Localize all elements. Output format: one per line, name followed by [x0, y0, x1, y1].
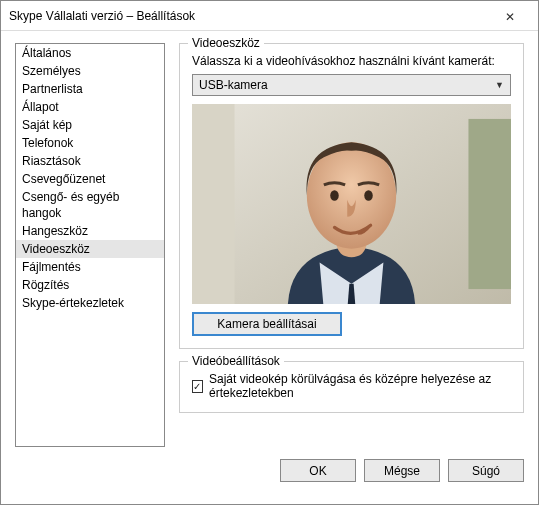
camera-select-dropdown[interactable]: USB-kamera ▼	[192, 74, 511, 96]
video-settings-group: Videóbeállítások ✓ Saját videokép körülv…	[179, 361, 524, 413]
close-button[interactable]: ✕	[490, 8, 530, 24]
sidebar-item[interactable]: Általános	[16, 44, 164, 62]
video-device-legend: Videoeszköz	[188, 36, 264, 50]
crop-video-checkbox-label: Saját videokép körülvágása és középre he…	[209, 372, 511, 400]
video-device-group: Videoeszköz Válassza ki a videohívásokho…	[179, 43, 524, 349]
sidebar-item[interactable]: Riasztások	[16, 152, 164, 170]
window-title: Skype Vállalati verzió – Beállítások	[9, 9, 490, 23]
sidebar-item[interactable]: Csengő- és egyéb hangok	[16, 188, 164, 222]
svg-point-4	[330, 190, 339, 201]
sidebar-item[interactable]: Rögzítés	[16, 276, 164, 294]
ok-button[interactable]: OK	[280, 459, 356, 482]
cancel-button[interactable]: Mégse	[364, 459, 440, 482]
sidebar-item[interactable]: Saját kép	[16, 116, 164, 134]
sidebar-item[interactable]: Skype-értekezletek	[16, 294, 164, 312]
close-icon: ✕	[505, 10, 515, 24]
sidebar-item[interactable]: Partnerlista	[16, 80, 164, 98]
titlebar: Skype Vállalati verzió – Beállítások ✕	[1, 1, 538, 31]
main-panel: Videoeszköz Válassza ki a videohívásokho…	[179, 43, 524, 447]
svg-rect-1	[192, 104, 235, 304]
help-button[interactable]: Súgó	[448, 459, 524, 482]
sidebar-item[interactable]: Személyes	[16, 62, 164, 80]
sidebar-item[interactable]: Telefonok	[16, 134, 164, 152]
content: ÁltalánosSzemélyesPartnerlistaÁllapotSaj…	[1, 31, 538, 459]
camera-preview	[192, 104, 511, 304]
camera-settings-button[interactable]: Kamera beállításai	[192, 312, 342, 336]
camera-select-value: USB-kamera	[199, 78, 495, 92]
sidebar-item[interactable]: Hangeszköz	[16, 222, 164, 240]
sidebar-item[interactable]: Csevegőüzenet	[16, 170, 164, 188]
cancel-button-label: Mégse	[384, 464, 420, 478]
dialog-buttons: OK Mégse Súgó	[1, 459, 538, 496]
chevron-down-icon: ▼	[495, 80, 504, 90]
video-settings-legend: Videóbeállítások	[188, 354, 284, 368]
svg-rect-2	[468, 119, 511, 289]
help-button-label: Súgó	[472, 464, 500, 478]
sidebar-item[interactable]: Videoeszköz	[16, 240, 164, 258]
sidebar-item[interactable]: Fájlmentés	[16, 258, 164, 276]
sidebar-item[interactable]: Állapot	[16, 98, 164, 116]
camera-settings-button-label: Kamera beállításai	[217, 317, 316, 331]
crop-video-checkbox-row[interactable]: ✓ Saját videokép körülvágása és középre …	[192, 372, 511, 400]
crop-video-checkbox[interactable]: ✓	[192, 380, 203, 393]
settings-category-list: ÁltalánosSzemélyesPartnerlistaÁllapotSaj…	[15, 43, 165, 447]
camera-select-prompt: Válassza ki a videohívásokhoz használni …	[192, 54, 511, 68]
svg-point-5	[364, 190, 373, 201]
ok-button-label: OK	[309, 464, 326, 478]
